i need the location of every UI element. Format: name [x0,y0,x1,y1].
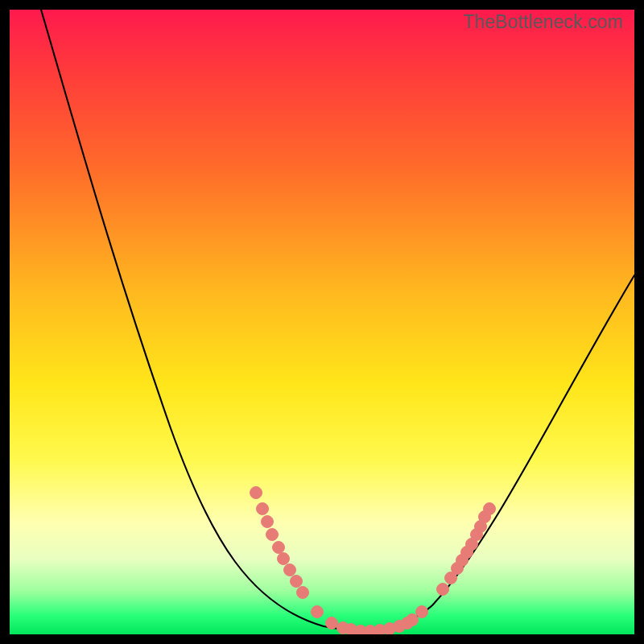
highlight-dot [452,563,464,575]
bottleneck-curve [41,10,634,630]
chart-container: TheBottleneck.com [0,0,644,644]
highlight-dot [445,572,457,584]
highlight-dot [284,564,296,576]
highlight-dot [475,521,487,533]
highlight-dot [266,529,279,541]
highlight-dot [374,625,386,635]
highlight-dot [437,584,449,596]
highlight-dot [312,606,324,618]
highlight-dot [291,576,303,588]
highlighted-points-group [250,487,496,635]
highlight-dot [466,539,478,551]
watermark-text: TheBottleneck.com [463,11,623,33]
highlight-dot [365,625,377,635]
highlight-dot [407,614,419,626]
highlight-dot [273,542,285,554]
highlight-dot [479,511,491,523]
highlight-dot [278,553,290,565]
highlight-dot [471,529,483,541]
highlight-dot [456,555,469,567]
highlight-dot [326,617,338,630]
highlight-dot [257,503,269,515]
highlight-dot [394,621,406,633]
highlight-dot [355,625,367,635]
highlight-dot [461,547,473,559]
highlight-dot [402,617,414,630]
highlight-dot [297,587,309,599]
highlight-dot [250,487,262,499]
highlight-dot [345,624,357,635]
highlight-dot [384,623,396,635]
highlight-dot [337,622,349,634]
chart-svg [10,10,634,634]
plot-area: TheBottleneck.com [10,10,634,634]
highlight-dot [484,503,496,515]
highlight-dot [262,516,274,528]
highlight-dot [416,606,428,618]
